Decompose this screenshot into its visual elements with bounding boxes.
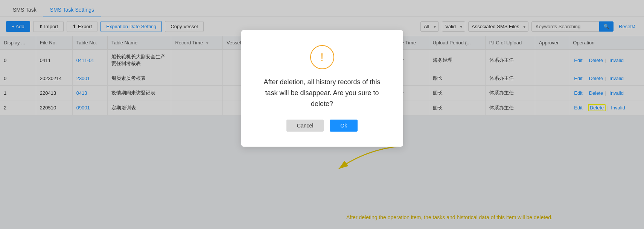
modal-actions: Cancel Ok [260,120,384,132]
confirm-modal: ! After deletion, all history records of… [241,30,403,147]
modal-overlay: ! After deletion, all history records of… [0,0,644,229]
warning-icon: ! [310,45,334,69]
modal-cancel-button[interactable]: Cancel [286,120,324,132]
modal-ok-button[interactable]: Ok [330,120,358,132]
app-container: SMS Task SMS Task Settings + Add ⬆ Impor… [0,0,644,229]
modal-message: After deletion, all history records of t… [260,77,384,109]
